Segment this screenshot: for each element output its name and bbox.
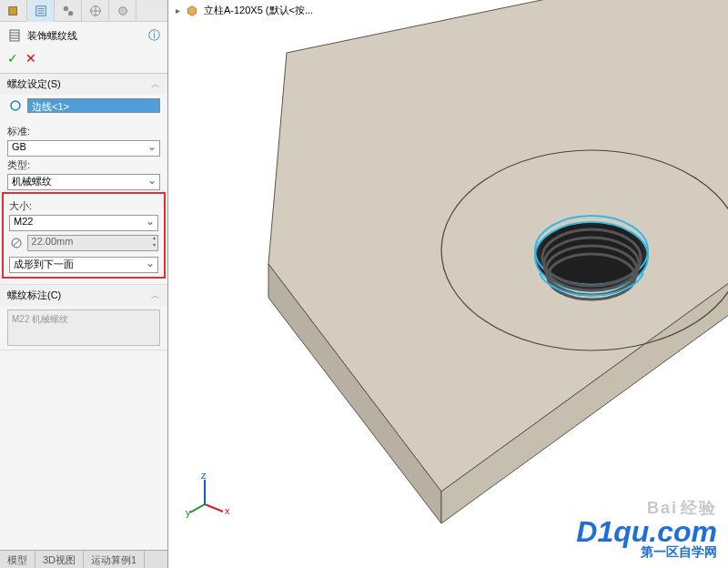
watermark: Bai 经验 D1qu.com 第一区自学网 [576,497,717,561]
confirm-row: ✓ ✕ [0,49,167,74]
cube-icon [7,5,20,17]
svg-rect-0 [8,7,16,15]
graphics-viewport[interactable]: ▸ 立柱A-120X5 (默认<按... x z y Bai 经验 [168,0,728,568]
cancel-button[interactable]: ✕ [25,51,36,66]
property-manager-panel: 装饰螺纹线 ⓘ ✓ ✕ 螺纹设定(S) ︿ 边线<1> 标准: GB 类型: 机… [0,0,168,568]
tab-dimxpert[interactable] [82,0,109,22]
config-icon [62,5,75,17]
list-icon [35,5,47,17]
thread-callout-text[interactable]: M22 机械螺纹 [7,309,160,346]
target-icon [89,5,102,17]
type-select[interactable]: 机械螺纹 [7,174,160,190]
thread-callout-header[interactable]: 螺纹标注(C) ︿ [0,285,167,306]
panel-tab-strip [0,0,167,22]
model-canvas [168,0,728,568]
type-label: 类型: [7,157,160,174]
chevron-up-icon: ︿ [151,78,160,91]
diameter-icon [9,237,24,249]
standard-label: 标准: [7,123,160,140]
svg-text:y: y [186,507,191,518]
thread-feature-icon [7,28,22,43]
thread-settings-header[interactable]: 螺纹设定(S) ︿ [0,74,167,95]
bottom-tab-3dview[interactable]: 3D视图 [35,551,84,568]
edge-icon [7,99,24,112]
tab-display-manager[interactable] [109,0,136,22]
svg-point-10 [118,7,126,15]
thread-callout-section: 螺纹标注(C) ︿ M22 机械螺纹 [0,285,167,350]
section-title: 螺纹设定(S) [7,77,61,91]
view-triad[interactable]: x z y [185,472,230,518]
thread-settings-section: 螺纹设定(S) ︿ 边线<1> 标准: GB 类型: 机械螺纹 大小: M22 … [0,74,167,285]
svg-line-29 [205,504,223,512]
help-icon[interactable]: ⓘ [148,27,160,44]
tab-config-manager[interactable] [55,0,82,22]
chevron-up-icon: ︿ [151,289,160,302]
display-icon [116,5,129,17]
standard-select[interactable]: GB [7,140,160,157]
size-select[interactable]: M22 [9,215,158,231]
ok-button[interactable]: ✓ [7,51,18,66]
svg-text:x: x [225,505,230,516]
size-highlight-region: 大小: M22 22.00mm 成形到下一面 [2,192,166,279]
bottom-tab-bar: 模型 3D视图 运动算例1 [0,550,167,568]
svg-point-6 [68,11,73,15]
edge-selection-box[interactable]: 边线<1> [27,98,160,113]
tab-property-manager[interactable] [27,0,55,22]
svg-line-33 [190,504,205,512]
svg-point-5 [63,6,67,11]
svg-line-17 [13,239,20,247]
svg-marker-18 [268,0,728,492]
feature-header: 装饰螺纹线 ⓘ [0,22,167,49]
tab-feature-manager[interactable] [0,0,27,22]
size-label: 大小: [9,198,158,215]
svg-text:z: z [201,472,207,481]
end-condition-select[interactable]: 成形到下一面 [9,257,158,273]
svg-point-15 [11,101,20,110]
section-title: 螺纹标注(C) [7,289,61,302]
bottom-tab-motion[interactable]: 运动算例1 [84,551,145,568]
bottom-tab-model[interactable]: 模型 [0,551,35,568]
diameter-input[interactable]: 22.00mm [27,235,158,251]
feature-title: 装饰螺纹线 [27,29,77,43]
